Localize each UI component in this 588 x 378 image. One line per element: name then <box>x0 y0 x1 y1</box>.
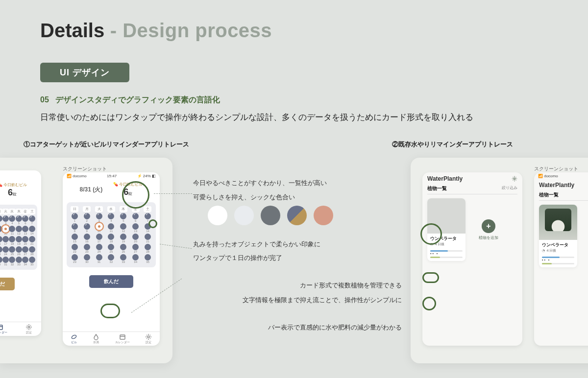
taken-button-small[interactable]: 飲んだ <box>0 278 15 290</box>
calendar-day-dot[interactable] <box>16 236 22 242</box>
calendar-day-dot[interactable] <box>72 223 78 230</box>
plus-icon: + <box>482 219 495 233</box>
calendar-day-dot[interactable] <box>2 236 9 242</box>
calendar-day-dot[interactable] <box>108 254 114 260</box>
calendar-day-dot[interactable] <box>16 226 22 232</box>
calendar-day-dot[interactable] <box>132 254 139 260</box>
calendar-day-dot[interactable] <box>22 226 28 232</box>
calendar-day-dot[interactable] <box>0 215 2 222</box>
today-label: 今日飲むピル <box>119 182 143 187</box>
calendar-day-dot[interactable] <box>2 257 9 263</box>
tab-calendar[interactable]: カレンダー <box>115 333 130 345</box>
calendar-day-dot[interactable] <box>29 226 35 232</box>
calendar-day-dot[interactable] <box>16 246 22 253</box>
calendar-day-dot[interactable] <box>96 223 102 230</box>
taken-button[interactable]: 飲んだ <box>89 275 133 288</box>
calendar-day-dot[interactable] <box>2 215 9 222</box>
calendar-day-dot[interactable] <box>96 254 102 260</box>
calendar-day-dot[interactable] <box>0 246 2 253</box>
calendar-day-dot[interactable] <box>108 213 114 219</box>
swatch <box>287 206 307 225</box>
calendar-day-dot[interactable] <box>108 234 114 240</box>
calendar-day-dot[interactable] <box>2 246 9 253</box>
calendar-day-dot[interactable] <box>9 215 15 222</box>
calendar-day-dot[interactable] <box>145 254 151 260</box>
calendar-day-dot[interactable] <box>72 234 78 240</box>
calendar-day-dot[interactable] <box>108 244 114 250</box>
svg-point-2 <box>71 334 77 339</box>
calendar-day-dot[interactable] <box>132 234 139 240</box>
cal-weekdays: 日月火水木金土 <box>69 206 154 212</box>
tab-water[interactable]: 水滴 <box>93 333 99 345</box>
calendar-day-dot[interactable] <box>96 234 102 240</box>
svg-rect-3 <box>120 335 125 339</box>
screenshot-label-1: スクリーンショット <box>63 165 107 172</box>
svg-point-5 <box>514 178 515 179</box>
calendar-day-dot[interactable] <box>145 234 151 240</box>
calendar-day-dot[interactable] <box>22 236 28 242</box>
tabbar-small: カレンダー 設定 <box>0 322 41 336</box>
tab-settings[interactable]: 設定 <box>145 333 152 345</box>
calendar-day-dot[interactable] <box>9 236 15 242</box>
wp-filter[interactable]: 絞り込み <box>502 185 517 192</box>
calendar-day-dot[interactable] <box>145 223 151 230</box>
gear-icon[interactable] <box>512 176 517 182</box>
title-strong: Details <box>40 20 104 41</box>
calendar-day-dot[interactable] <box>96 244 102 250</box>
calendar-day-dot[interactable] <box>132 244 139 250</box>
annotation: 丸みを持ったオブジェクトで柔らかい印象に <box>193 240 320 249</box>
calendar-day-dot[interactable] <box>22 215 28 222</box>
calendar-day-dot[interactable] <box>0 236 2 242</box>
calendar-day-dot[interactable] <box>16 215 22 222</box>
panel-waterplantly: WaterPlantly 植物一覧 絞り込み ウンベラータ ４日後 •• • +… <box>411 158 588 363</box>
step-label: デザインスタディでグラフィック要素の言語化 <box>55 95 220 104</box>
calendar-day-dot[interactable] <box>84 254 90 260</box>
calendar-day-dot[interactable] <box>0 226 2 232</box>
calendar-day-dot[interactable] <box>132 223 139 230</box>
color-palette <box>208 206 333 225</box>
today-unit: 錠 <box>128 191 132 196</box>
calendar-day-dot[interactable] <box>16 257 22 263</box>
calendar-day-dot[interactable] <box>29 236 35 242</box>
calendar-day-dot[interactable] <box>120 234 126 240</box>
calendar-day-dot[interactable] <box>9 257 15 263</box>
wp-plant-sub: ４日後 <box>427 242 466 247</box>
calendar-day-dot[interactable] <box>72 213 78 219</box>
calendar-day-dot[interactable] <box>120 254 126 260</box>
panel-pill-app: 💊 今日飲むピル 6錠 日月火水木金土 12345678910111213141… <box>0 158 172 363</box>
gear-icon <box>25 324 32 331</box>
calendar-day-dot[interactable] <box>145 244 151 250</box>
calendar-day-dot[interactable] <box>84 213 90 219</box>
calendar-day-dot[interactable] <box>72 254 78 260</box>
wp-add-plant[interactable]: + 植物を追加 <box>469 198 508 261</box>
calendar-day-dot[interactable] <box>145 213 151 219</box>
wp-list-heading: 植物一覧 <box>427 185 447 192</box>
wp-app-title: WaterPlantly <box>539 182 574 189</box>
calendar-day-dot[interactable] <box>0 257 2 263</box>
calendar-day-dot[interactable] <box>120 244 126 250</box>
annotation: 可愛らしさを抑え、シックな色合い <box>193 193 295 202</box>
calendar-day-dot[interactable] <box>120 213 126 219</box>
calendar-day-dot[interactable] <box>84 234 90 240</box>
wp-plant-card[interactable]: ウンベラータ ４日後 •• • <box>539 205 577 267</box>
calendar-day-dot[interactable] <box>96 213 102 219</box>
calendar-day-dot[interactable] <box>9 246 15 253</box>
calendar-day-dot[interactable] <box>84 244 90 250</box>
calendar-day-dot[interactable] <box>29 257 35 263</box>
calendar-day-dot[interactable] <box>72 244 78 250</box>
wp-plant-card[interactable]: ウンベラータ ４日後 •• • <box>427 198 466 261</box>
annotation: 今日やるべきことがすぐわかり、一覧性が高い <box>193 179 327 188</box>
calendar-day-dot[interactable] <box>108 223 114 230</box>
calendar-day-dot[interactable] <box>132 213 139 219</box>
calendar-day-dot[interactable] <box>22 246 28 253</box>
calendar-day-dot[interactable] <box>2 226 9 232</box>
leader-line <box>154 193 192 194</box>
calendar-day-dot[interactable] <box>22 257 28 263</box>
calendar-day-dot[interactable] <box>9 226 15 232</box>
calendar-day-dot[interactable] <box>120 223 126 230</box>
calendar-day-dot[interactable] <box>29 215 35 222</box>
pill-date: 8/31 (火) <box>80 186 103 194</box>
calendar-day-dot[interactable] <box>29 246 35 253</box>
calendar-day-dot[interactable] <box>84 223 90 230</box>
tab-pill[interactable]: ピル <box>71 333 77 345</box>
